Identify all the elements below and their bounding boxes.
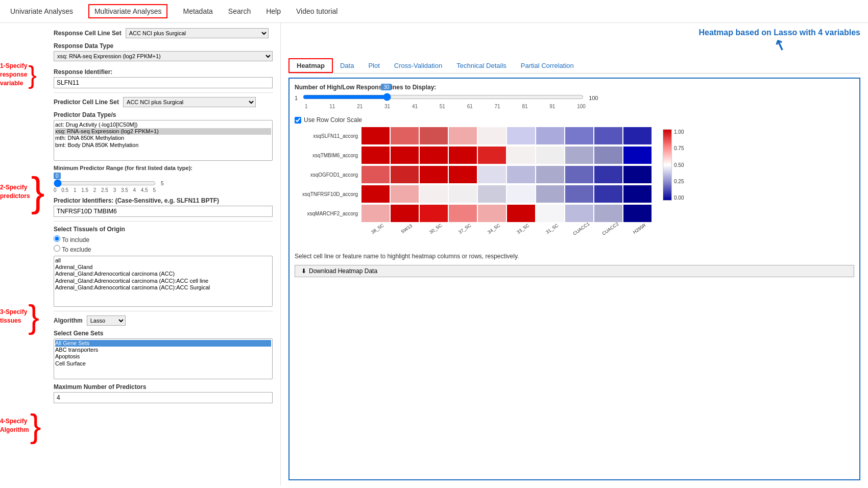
nav-video[interactable]: Video tutorial [296, 7, 337, 15]
predictor-type-act[interactable]: act: Drug Activity (-log10[IC50M]) [55, 121, 271, 128]
tissue-acc-surgical[interactable]: Adrenal_Gland:Adrenocortical carcinoma (… [55, 284, 271, 291]
cell-2-1[interactable] [391, 166, 419, 183]
cell-1-2[interactable] [420, 147, 448, 164]
top-navigation: Univariate Analyses Multivariate Analyse… [0, 0, 868, 23]
nav-multivariate[interactable]: Multivariate Analyses [88, 4, 168, 18]
gene-set-all[interactable]: All Gene Sets [55, 340, 271, 347]
tissue-acc-cell[interactable]: Adrenal_Gland:Adrenocortical carcinoma (… [55, 278, 271, 284]
row-color-scale-checkbox[interactable] [295, 117, 301, 124]
cell-3-8[interactable] [594, 185, 622, 203]
tissue-exclude-label: To exclude [54, 245, 273, 253]
row-label-0: xsqSLFN11_accorg [295, 133, 361, 139]
cell-0-4[interactable] [478, 127, 506, 144]
gene-set-apoptosis[interactable]: Apoptosis [55, 353, 271, 360]
predictor-cell-line-select[interactable]: ACC NCI plus Surgical [123, 97, 256, 107]
tab-partial-correlation[interactable]: Partial Correlation [514, 59, 581, 72]
tab-plot[interactable]: Plot [361, 59, 387, 72]
cell-2-9[interactable] [623, 166, 652, 183]
predictor-type-bmt[interactable]: bmt: Body DNA 850K Methylation [55, 142, 271, 149]
nav-help[interactable]: Help [266, 7, 281, 15]
cell-3-0[interactable] [361, 185, 390, 203]
cell-2-6[interactable] [536, 166, 564, 183]
nav-metadata[interactable]: Metadata [183, 7, 212, 15]
tissue-acc[interactable]: Adrenal_Gland:Adrenocortical carcinoma (… [55, 271, 271, 277]
cell-0-5[interactable] [507, 127, 535, 144]
nav-univariate[interactable]: Univariate Analyses [10, 7, 73, 15]
cell-2-2[interactable] [420, 166, 448, 183]
tissue-exclude-radio[interactable] [54, 245, 60, 252]
display-slider[interactable] [303, 93, 584, 101]
cell-1-4[interactable] [478, 147, 506, 164]
heatmap-row-1: xsqTMBIM6_accorg [295, 146, 653, 164]
cell-0-2[interactable] [420, 127, 448, 144]
tissue-adrenal[interactable]: Adrenal_Gland [55, 264, 271, 271]
legend-gradient [663, 129, 672, 201]
predictor-identifiers-input[interactable] [54, 206, 273, 217]
cell-1-0[interactable] [361, 147, 390, 164]
row-label-4: xsqMARCHF2_accorg [295, 211, 361, 216]
cell-2-5[interactable] [507, 166, 535, 183]
cell-1-5[interactable] [507, 147, 535, 164]
cell-3-6[interactable] [536, 185, 564, 203]
predictor-type-xsq[interactable]: xsq: RNA-seq Expression (log2 FPKM+1) [55, 128, 271, 135]
cell-1-8[interactable] [594, 147, 622, 164]
cell-0-0[interactable] [361, 127, 390, 144]
cell-2-8[interactable] [594, 166, 622, 183]
cell-3-4[interactable] [478, 185, 506, 203]
cell-2-7[interactable] [565, 166, 593, 183]
algorithm-select[interactable]: Lasso Ridge ElasticNet [87, 315, 126, 326]
predictor-type-mth[interactable]: mth: DNA 850K Methylation [55, 135, 271, 141]
tab-technical-details[interactable]: Technical Details [449, 59, 514, 72]
max-predictors-input[interactable] [54, 392, 273, 403]
cell-2-0[interactable] [361, 166, 390, 183]
label-2: 2-Specifypredictors } [0, 121, 46, 262]
slider-ticks: 1112131415161718191100 [305, 104, 586, 109]
gene-set-cell-surface[interactable]: Cell Surface [55, 360, 271, 367]
cell-0-8[interactable] [594, 127, 622, 144]
cell-1-6[interactable] [536, 147, 564, 164]
tissue-include-radio[interactable] [54, 235, 60, 242]
cell-3-5[interactable] [507, 185, 535, 203]
min-predictor-label: Minimum Predictor Range (for first liste… [54, 165, 273, 171]
heatmap-row-0: xsqSLFN11_accorg [295, 127, 653, 145]
cell-2-4[interactable] [478, 166, 506, 183]
response-identifier-input[interactable] [54, 77, 273, 88]
slider-max-label: 100 [589, 95, 598, 101]
cell-1-7[interactable] [565, 147, 593, 164]
min-predictor-slider[interactable] [54, 179, 156, 187]
predictor-data-types-listbox[interactable]: act: Drug Activity (-log10[IC50M]) xsq: … [54, 120, 273, 161]
download-heatmap-button[interactable]: ⬇ Download Heatmap Data [295, 265, 854, 277]
cell-0-6[interactable] [536, 127, 564, 144]
cell-3-1[interactable] [391, 185, 419, 203]
cell-0-7[interactable] [565, 127, 593, 144]
tab-data[interactable]: Data [333, 59, 361, 72]
cell-3-2[interactable] [420, 185, 448, 203]
cell-2-3[interactable] [449, 166, 477, 183]
cell-0-9[interactable] [623, 127, 652, 144]
right-panel: Heatmap based on Lasso with 4 variables … [281, 23, 868, 485]
tissue-all[interactable]: all [55, 257, 271, 264]
gene-set-abc[interactable]: ABC transporters [55, 347, 271, 353]
cell-3-9[interactable] [623, 185, 652, 203]
cell-0-1[interactable] [391, 127, 419, 144]
response-identifier-label: Response Identifier: [54, 68, 273, 76]
cell-3-3[interactable] [449, 185, 477, 203]
legend-75: 0.75 [674, 145, 684, 151]
nav-search[interactable]: Search [228, 7, 251, 15]
cell-1-1[interactable] [391, 147, 419, 164]
cell-1-3[interactable] [449, 147, 477, 164]
response-cell-line-select[interactable]: ACC NCI plus Surgical [126, 28, 269, 38]
tab-heatmap[interactable]: Heatmap [288, 58, 333, 73]
cell-0-3[interactable] [449, 127, 477, 144]
row-label-1: xsqTMBIM6_accorg [295, 153, 361, 158]
slider-bubble: 30 [381, 84, 392, 90]
cell-1-9[interactable] [623, 147, 652, 164]
response-data-type-select[interactable]: xsq: RNA-seq Expression (log2 FPKM+1) [54, 51, 273, 61]
brace-4: } [30, 409, 41, 443]
tab-cross-validation[interactable]: Cross-Validation [387, 59, 449, 72]
gene-sets-listbox[interactable]: All Gene Sets ABC transporters Apoptosis… [54, 338, 273, 379]
tissue-listbox[interactable]: all Adrenal_Gland Adrenal_Gland:Adrenoco… [54, 256, 273, 307]
label-1: 1-Specifyresponsevariable } [0, 28, 46, 121]
cell-3-7[interactable] [565, 185, 593, 203]
heatmap-row-2: xsqOGFOD1_accorg [295, 165, 653, 184]
